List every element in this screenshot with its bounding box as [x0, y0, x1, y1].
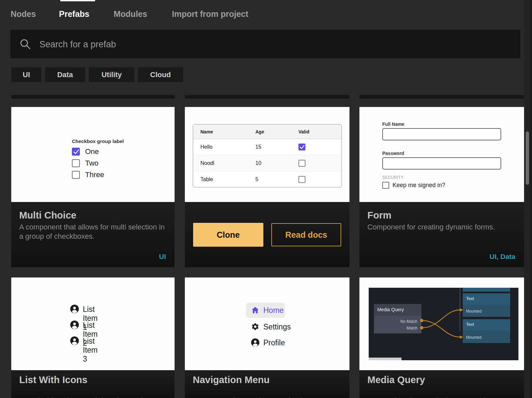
- full-name-field: [382, 128, 501, 140]
- top-tab-bar: Nodes Prefabs Modules Import from projec…: [0, 0, 532, 23]
- card-title: Media Query: [367, 374, 425, 385]
- table-header-name: Name: [200, 129, 213, 134]
- card-title: List With Icons: [19, 374, 87, 385]
- prefab-card-multi-choice[interactable]: Checkbox group label One Two Three Multi…: [11, 107, 175, 267]
- search-icon: [20, 38, 31, 50]
- checkbox-unchecked: [298, 160, 305, 167]
- password-field: [382, 157, 501, 170]
- table-preview: Name Age Valid Hello 15 Noodl 10: [185, 107, 349, 202]
- clone-button[interactable]: Clone: [193, 223, 263, 247]
- navigation-menu-preview: Home Settings Profile: [185, 277, 349, 370]
- checkbox-unchecked: [382, 182, 389, 189]
- password-label: Password: [382, 151, 404, 156]
- previous-card-bottom: [359, 95, 524, 99]
- tab-nodes[interactable]: Nodes: [11, 9, 36, 19]
- home-icon: [251, 306, 259, 314]
- filter-cloud-button[interactable]: Cloud: [138, 67, 183, 82]
- media-query-preview: Media Query No Match Match Text Mounted …: [359, 277, 524, 370]
- security-section-label: SECURITY: [382, 175, 404, 180]
- panel-right-edge: [530, 0, 532, 398]
- prefab-card-list-with-icons[interactable]: List Item 1 List Item 2 List Item 3 List…: [11, 277, 175, 398]
- tab-modules[interactable]: Modules: [114, 9, 147, 19]
- card-tag: UI, Data: [490, 253, 515, 261]
- prefab-card-table[interactable]: Name Age Valid Hello 15 Noodl 10: [185, 107, 349, 267]
- prefab-card-navigation-menu[interactable]: Home Settings Profile Navigation Menu Co…: [185, 277, 349, 398]
- connection-wires: [369, 288, 518, 360]
- checkbox-option-label: Two: [85, 159, 98, 168]
- previous-card-bottom: [185, 95, 349, 99]
- checkbox-option-label: Three: [85, 171, 104, 179]
- card-description: Component for creating dynamic forms.: [367, 223, 516, 232]
- card-title: Navigation Menu: [193, 374, 270, 385]
- checkbox-unchecked: [72, 171, 80, 179]
- filter-ui-button[interactable]: UI: [11, 67, 41, 82]
- table-row: Noodl 10: [193, 155, 342, 172]
- scrollbar-thumb[interactable]: [526, 131, 529, 185]
- card-description-clipped: Respond to changes in the screen size.: [367, 396, 516, 398]
- card-description-clipped: A vertical list where each item has an i…: [19, 396, 167, 398]
- person-icon: [70, 336, 79, 345]
- prefab-search-bar: [10, 30, 520, 58]
- node-graph-screenshot: Media Query No Match Match Text Mounted …: [369, 288, 518, 360]
- search-input[interactable]: [39, 30, 497, 59]
- full-name-label: Full Name: [382, 122, 404, 127]
- multi-choice-preview: Checkbox group label One Two Three: [11, 107, 175, 202]
- tab-import-from-project[interactable]: Import from project: [172, 9, 248, 19]
- card-title: Multi Choice: [19, 210, 76, 221]
- keep-signed-in-label: Keep me signed in?: [393, 182, 445, 189]
- gear-icon: [251, 323, 259, 331]
- previous-card-bottom: [11, 95, 175, 99]
- prefab-picker-panel: Nodes Prefabs Modules Import from projec…: [0, 0, 532, 398]
- table-header-age: Age: [255, 129, 264, 134]
- checkbox-unchecked: [72, 159, 80, 167]
- card-description-clipped: Component for creating a navigation menu…: [193, 396, 342, 398]
- card-description: A component that allows for multi select…: [19, 223, 167, 241]
- card-title: Form: [367, 210, 392, 221]
- checkbox-unchecked: [298, 176, 305, 183]
- checkbox-checked: [298, 144, 305, 151]
- filter-utility-button[interactable]: Utility: [89, 67, 134, 82]
- form-preview: Full Name Password SECURITY Keep me sign…: [359, 107, 524, 202]
- list-with-icons-preview: List Item 1 List Item 2 List Item 3: [11, 277, 175, 370]
- checkbox-option-label: One: [85, 147, 99, 156]
- active-tab-indicator: [60, 0, 95, 1]
- filter-data-button[interactable]: Data: [45, 67, 85, 82]
- table-header-valid: Valid: [298, 129, 309, 134]
- checkbox-checked: [72, 148, 80, 156]
- checkbox-group-label: Checkbox group label: [72, 138, 124, 144]
- person-icon: [70, 321, 79, 329]
- table-row: Hello 15: [193, 139, 342, 155]
- prefab-card-form[interactable]: Full Name Password SECURITY Keep me sign…: [359, 107, 524, 267]
- table-row: Table 5: [193, 172, 342, 187]
- person-icon: [251, 338, 259, 347]
- person-icon: [70, 305, 79, 313]
- tab-prefabs[interactable]: Prefabs: [59, 9, 89, 19]
- prefab-card-media-query[interactable]: Media Query No Match Match Text Mounted …: [359, 277, 524, 398]
- read-docs-button[interactable]: Read docs: [271, 223, 341, 246]
- preview-table: Name Age Valid Hello 15 Noodl 10: [193, 124, 342, 187]
- card-tag: UI: [159, 253, 166, 261]
